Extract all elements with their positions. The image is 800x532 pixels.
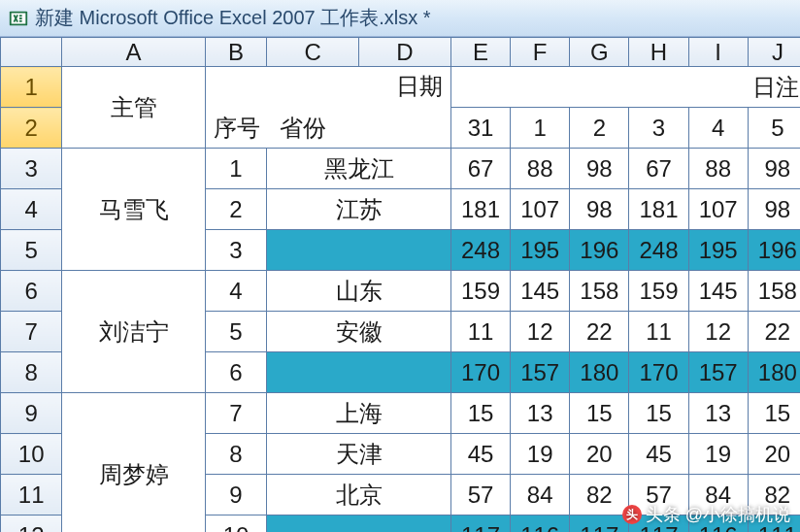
cell-B3[interactable]: 1: [205, 149, 266, 189]
row-header-1[interactable]: 1: [1, 67, 62, 108]
col-header-D[interactable]: D: [359, 38, 451, 67]
cell-E6[interactable]: 159: [450, 271, 510, 312]
cell-H6[interactable]: 159: [629, 271, 688, 312]
row-header-3[interactable]: 3: [1, 149, 62, 189]
cell-I6[interactable]: 145: [688, 271, 748, 312]
cell-J4[interactable]: 98: [748, 189, 800, 230]
cell-G11[interactable]: 82: [570, 475, 629, 515]
cell-B6[interactable]: 4: [205, 271, 266, 312]
cell-G3[interactable]: 98: [570, 149, 629, 189]
cell-A6[interactable]: 刘洁宁: [62, 271, 206, 393]
cell-J2[interactable]: 5: [748, 108, 800, 149]
cell-I8[interactable]: 157: [688, 352, 748, 393]
cell-J10[interactable]: 20: [748, 434, 800, 475]
cell-G9[interactable]: 15: [570, 393, 629, 434]
cell-C4[interactable]: 江苏: [267, 189, 451, 230]
cell-B5[interactable]: 3: [205, 230, 266, 271]
col-header-H[interactable]: H: [629, 38, 688, 67]
cell-H9[interactable]: 15: [629, 393, 688, 434]
cell-I3[interactable]: 88: [688, 149, 748, 189]
row-header-5[interactable]: 5: [1, 230, 62, 271]
cell-I5[interactable]: 195: [688, 230, 748, 271]
cell-H8[interactable]: 170: [629, 352, 688, 393]
cell-E2[interactable]: 31: [450, 108, 510, 149]
cell-G12[interactable]: 117: [570, 515, 629, 533]
cell-F8[interactable]: 157: [511, 352, 570, 393]
row-header-9[interactable]: 9: [1, 393, 62, 434]
col-header-C[interactable]: C: [267, 38, 359, 67]
row-header-2[interactable]: 2: [1, 108, 62, 149]
cell-C7[interactable]: 安徽: [267, 312, 451, 352]
cell-C9[interactable]: 上海: [267, 393, 451, 434]
cell-G2[interactable]: 2: [570, 108, 629, 149]
cell-C11[interactable]: 北京: [267, 475, 451, 515]
cell-J3[interactable]: 98: [748, 149, 800, 189]
cell-I2[interactable]: 4: [688, 108, 748, 149]
cell-E7[interactable]: 11: [450, 312, 510, 352]
cell-H4[interactable]: 181: [629, 189, 688, 230]
cell-A1[interactable]: 主管: [62, 67, 206, 149]
row-header-11[interactable]: 11: [1, 475, 62, 515]
cell-E4[interactable]: 181: [450, 189, 510, 230]
cell-J8[interactable]: 180: [748, 352, 800, 393]
col-header-J[interactable]: J: [748, 38, 800, 67]
cell-E1[interactable]: 日注: [450, 67, 800, 108]
cell-E10[interactable]: 45: [450, 434, 510, 475]
col-header-G[interactable]: G: [570, 38, 629, 67]
cell-B10[interactable]: 8: [205, 434, 266, 475]
row-header-6[interactable]: 6: [1, 271, 62, 312]
cell-G5[interactable]: 196: [570, 230, 629, 271]
cell-B7[interactable]: 5: [205, 312, 266, 352]
row-header-8[interactable]: 8: [1, 352, 62, 393]
cell-F12[interactable]: 116: [511, 515, 570, 533]
cell-A9[interactable]: 周梦婷: [62, 393, 206, 533]
cell-J6[interactable]: 158: [748, 271, 800, 312]
cell-I9[interactable]: 13: [688, 393, 748, 434]
cell-C8[interactable]: [267, 352, 451, 393]
cell-H2[interactable]: 3: [629, 108, 688, 149]
selection-B1-D2[interactable]: 日期 序号 省份: [205, 67, 450, 149]
col-header-F[interactable]: F: [511, 38, 570, 67]
cell-G10[interactable]: 20: [570, 434, 629, 475]
spreadsheet-grid[interactable]: A B C D E F G H I J 1 主管 日期 序号 省份 日注 2 3…: [0, 37, 800, 532]
cell-F9[interactable]: 13: [511, 393, 570, 434]
cell-G8[interactable]: 180: [570, 352, 629, 393]
cell-E3[interactable]: 67: [450, 149, 510, 189]
cell-G7[interactable]: 22: [570, 312, 629, 352]
cell-B9[interactable]: 7: [205, 393, 266, 434]
cell-B8[interactable]: 6: [205, 352, 266, 393]
cell-J9[interactable]: 15: [748, 393, 800, 434]
cell-F10[interactable]: 19: [511, 434, 570, 475]
cell-H7[interactable]: 11: [629, 312, 688, 352]
cell-F3[interactable]: 88: [511, 149, 570, 189]
cell-C12[interactable]: [267, 515, 451, 533]
cell-F7[interactable]: 12: [511, 312, 570, 352]
cell-C6[interactable]: 山东: [267, 271, 451, 312]
cell-F5[interactable]: 195: [511, 230, 570, 271]
row-header-7[interactable]: 7: [1, 312, 62, 352]
cell-H5[interactable]: 248: [629, 230, 688, 271]
cell-F4[interactable]: 107: [511, 189, 570, 230]
cell-I10[interactable]: 19: [688, 434, 748, 475]
select-all-corner[interactable]: [1, 38, 62, 67]
cell-B4[interactable]: 2: [205, 189, 266, 230]
cell-A3[interactable]: 马雪飞: [62, 149, 206, 271]
cell-F6[interactable]: 145: [511, 271, 570, 312]
cell-E8[interactable]: 170: [450, 352, 510, 393]
cell-C5[interactable]: [267, 230, 451, 271]
cell-I4[interactable]: 107: [688, 189, 748, 230]
cell-E11[interactable]: 57: [450, 475, 510, 515]
cell-F2[interactable]: 1: [511, 108, 570, 149]
cell-G4[interactable]: 98: [570, 189, 629, 230]
cell-H10[interactable]: 45: [629, 434, 688, 475]
cell-J7[interactable]: 22: [748, 312, 800, 352]
row-header-12[interactable]: 12: [1, 515, 62, 533]
col-header-I[interactable]: I: [688, 38, 748, 67]
cell-B11[interactable]: 9: [205, 475, 266, 515]
cell-E5[interactable]: 248: [450, 230, 510, 271]
row-header-10[interactable]: 10: [1, 434, 62, 475]
cell-F11[interactable]: 84: [511, 475, 570, 515]
cell-E9[interactable]: 15: [450, 393, 510, 434]
cell-C3[interactable]: 黑龙江: [267, 149, 451, 189]
cell-E12[interactable]: 117: [450, 515, 510, 533]
